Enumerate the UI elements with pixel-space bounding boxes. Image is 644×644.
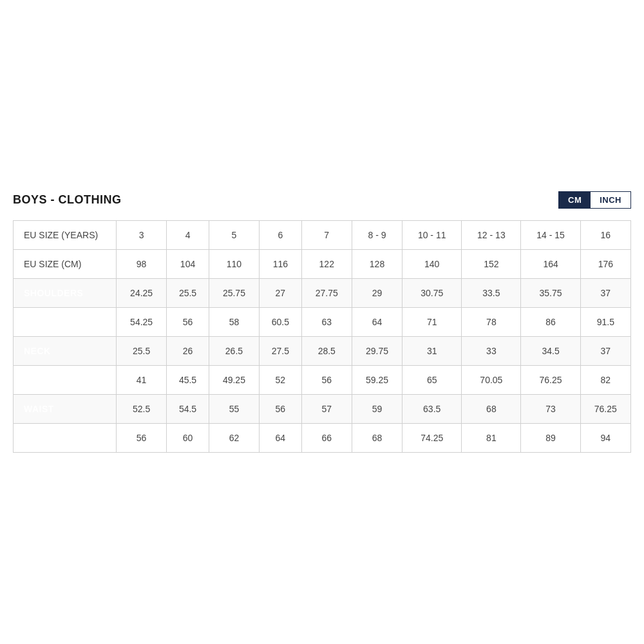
cell-4-6: 63.5 [402, 395, 462, 424]
cm-button[interactable]: CM [559, 192, 591, 208]
cell-0-3: 27 [260, 279, 302, 308]
cell-1-5: 64 [352, 308, 402, 337]
cm-164: 164 [521, 250, 580, 279]
cell-5-0: 56 [117, 424, 167, 453]
cell-4-5: 59 [352, 395, 402, 424]
cell-2-5: 29.75 [352, 337, 402, 366]
header-years-row: EU SIZE (YEARS) 3 4 5 6 7 8 - 9 10 - 11 … [14, 221, 631, 250]
cm-128: 128 [352, 250, 402, 279]
cell-1-8: 86 [521, 308, 580, 337]
cm-176: 176 [580, 250, 630, 279]
table-row: CHEST54.25565860.5636471788691.5 [14, 308, 631, 337]
cm-label: EU SIZE (CM) [14, 250, 117, 279]
inch-button[interactable]: INCH [591, 192, 630, 208]
cell-4-2: 55 [209, 395, 259, 424]
header-cm-row: EU SIZE (CM) 98 104 110 116 122 128 140 … [14, 250, 631, 279]
cell-3-1: 45.5 [167, 366, 209, 395]
table-row: INSEAM4145.549.25525659.256570.0576.2582 [14, 366, 631, 395]
cell-4-9: 76.25 [580, 395, 630, 424]
year-7: 7 [301, 221, 352, 250]
cell-1-3: 60.5 [260, 308, 302, 337]
cell-2-6: 31 [402, 337, 462, 366]
cell-2-2: 26.5 [209, 337, 259, 366]
cell-3-4: 56 [301, 366, 352, 395]
cell-1-0: 54.25 [117, 308, 167, 337]
cell-0-0: 24.25 [117, 279, 167, 308]
cell-0-4: 27.75 [301, 279, 352, 308]
header-row: BOYS - CLOTHING CM INCH [13, 191, 631, 209]
cell-0-8: 35.75 [521, 279, 580, 308]
cell-2-7: 33 [462, 337, 521, 366]
cell-4-7: 68 [462, 395, 521, 424]
year-4: 4 [167, 221, 209, 250]
cm-98: 98 [117, 250, 167, 279]
cell-5-9: 94 [580, 424, 630, 453]
cell-1-7: 78 [462, 308, 521, 337]
cell-0-2: 25.75 [209, 279, 259, 308]
cell-0-7: 33.5 [462, 279, 521, 308]
table-row: SHOULDERS24.2525.525.752727.752930.7533.… [14, 279, 631, 308]
cell-1-9: 91.5 [580, 308, 630, 337]
cell-5-2: 62 [209, 424, 259, 453]
years-label: EU SIZE (YEARS) [14, 221, 117, 250]
cell-5-8: 89 [521, 424, 580, 453]
cell-5-5: 68 [352, 424, 402, 453]
cell-4-1: 54.5 [167, 395, 209, 424]
row-label-inseam: INSEAM [14, 366, 117, 395]
year-3: 3 [117, 221, 167, 250]
cell-3-5: 59.25 [352, 366, 402, 395]
year-16: 16 [580, 221, 630, 250]
cell-2-3: 27.5 [260, 337, 302, 366]
cell-1-2: 58 [209, 308, 259, 337]
cell-0-1: 25.5 [167, 279, 209, 308]
cell-0-6: 30.75 [402, 279, 462, 308]
year-8-9: 8 - 9 [352, 221, 402, 250]
year-12-13: 12 - 13 [462, 221, 521, 250]
row-label-neck: NECK [14, 337, 117, 366]
cell-4-8: 73 [521, 395, 580, 424]
page-wrapper: BOYS - CLOTHING CM INCH EU SIZE (YEARS) … [0, 0, 644, 644]
cell-3-3: 52 [260, 366, 302, 395]
table-row: LOW HIP56606264666874.25818994 [14, 424, 631, 453]
cell-3-6: 65 [402, 366, 462, 395]
cell-1-4: 63 [301, 308, 352, 337]
row-label-low-hip: LOW HIP [14, 424, 117, 453]
cell-5-4: 66 [301, 424, 352, 453]
cell-5-3: 64 [260, 424, 302, 453]
cell-4-3: 56 [260, 395, 302, 424]
cell-2-9: 37 [580, 337, 630, 366]
cell-1-6: 71 [402, 308, 462, 337]
cm-110: 110 [209, 250, 259, 279]
cell-4-0: 52.5 [117, 395, 167, 424]
cell-3-7: 70.05 [462, 366, 521, 395]
table-row: WAIST52.554.55556575963.5687376.25 [14, 395, 631, 424]
table-row: NECK25.52626.527.528.529.75313334.537 [14, 337, 631, 366]
unit-toggle: CM INCH [558, 191, 631, 209]
year-10-11: 10 - 11 [402, 221, 462, 250]
year-6: 6 [260, 221, 302, 250]
page-title: BOYS - CLOTHING [13, 193, 122, 207]
cell-5-6: 74.25 [402, 424, 462, 453]
row-label-chest: CHEST [14, 308, 117, 337]
cm-122: 122 [301, 250, 352, 279]
cell-2-0: 25.5 [117, 337, 167, 366]
cell-3-9: 82 [580, 366, 630, 395]
cell-4-4: 57 [301, 395, 352, 424]
cell-2-1: 26 [167, 337, 209, 366]
cell-5-1: 60 [167, 424, 209, 453]
cm-104: 104 [167, 250, 209, 279]
cell-0-9: 37 [580, 279, 630, 308]
cell-2-8: 34.5 [521, 337, 580, 366]
cell-3-8: 76.25 [521, 366, 580, 395]
year-5: 5 [209, 221, 259, 250]
cm-152: 152 [462, 250, 521, 279]
cm-116: 116 [260, 250, 302, 279]
cell-5-7: 81 [462, 424, 521, 453]
cell-1-1: 56 [167, 308, 209, 337]
cell-3-2: 49.25 [209, 366, 259, 395]
cell-3-0: 41 [117, 366, 167, 395]
year-14-15: 14 - 15 [521, 221, 580, 250]
row-label-waist: WAIST [14, 395, 117, 424]
size-table: EU SIZE (YEARS) 3 4 5 6 7 8 - 9 10 - 11 … [13, 220, 631, 453]
cell-2-4: 28.5 [301, 337, 352, 366]
